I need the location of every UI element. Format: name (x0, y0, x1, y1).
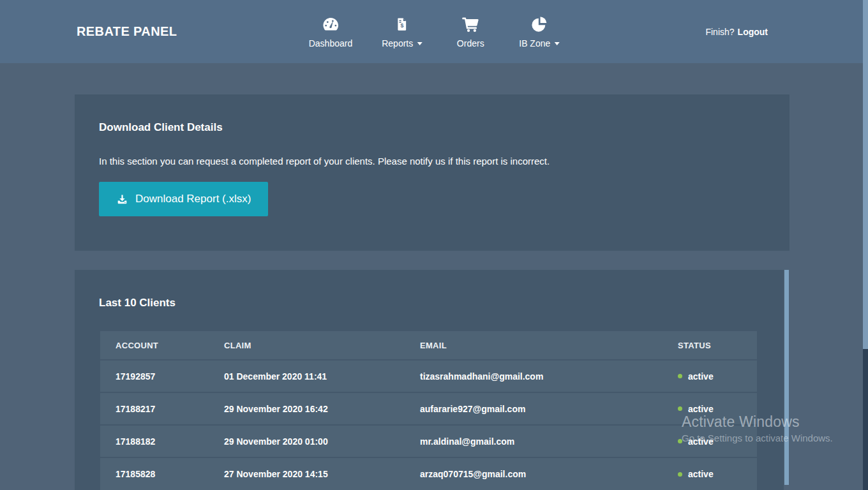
svg-text:$: $ (400, 22, 403, 29)
table-row: 1718821729 November 2020 16:42aufararie9… (100, 392, 757, 425)
clients-table: ACCOUNTCLAIMEMAILSTATUS 1719285701 Decem… (100, 331, 757, 490)
cell-status: active (662, 392, 757, 425)
nav-item-orders[interactable]: Orders (451, 15, 490, 48)
cell-claim: 29 November 2020 01:00 (209, 425, 405, 457)
logout-link[interactable]: Logout (738, 27, 768, 37)
nav-item-ib-zone[interactable]: IB Zone (519, 15, 559, 48)
nav-item-label: Reports (382, 38, 422, 48)
clients-table-wrapper: ACCOUNTCLAIMEMAILSTATUS 1719285701 Decem… (100, 331, 760, 490)
cell-account: 17188182 (100, 425, 209, 457)
column-header-email: EMAIL (405, 331, 662, 360)
status-dot-icon (678, 406, 682, 411)
cell-status: active (662, 360, 757, 392)
status-label: active (688, 436, 714, 447)
cell-email: mr.aldinal@gmail.com (405, 425, 662, 457)
card-description: In this section you can request a comple… (99, 156, 765, 167)
table-row: 1719285701 December 2020 11:41tizasrahma… (100, 360, 757, 392)
status-label: active (688, 469, 714, 479)
cell-status: active (662, 457, 757, 490)
pie-icon (530, 15, 548, 33)
cart-icon (462, 15, 479, 33)
cell-account: 17185828 (100, 457, 209, 490)
card-title: Last 10 Clients (99, 297, 760, 309)
status-label: active (688, 404, 714, 414)
top-navbar: REBATE PANEL Dashboard$ReportsOrdersIB Z… (0, 0, 868, 63)
nav-item-reports[interactable]: $Reports (382, 15, 422, 48)
nav-item-label: Dashboard (309, 38, 353, 48)
cell-claim: 27 November 2020 14:15 (209, 457, 405, 490)
column-header-claim: CLAIM (209, 331, 405, 360)
cell-email: tizasrahmadhani@gmail.com (405, 360, 662, 392)
cell-account: 17188217 (100, 392, 209, 425)
page-scrollbar-track[interactable] (863, 0, 868, 490)
table-row: 1718582827 November 2020 14:15arzaq07071… (100, 457, 757, 490)
status-dot-icon (678, 374, 682, 378)
session-area: Finish? Logout (705, 0, 768, 63)
gauge-icon (322, 15, 339, 33)
cell-email: aufararie927@gmail.com (405, 392, 662, 425)
main-navigation: Dashboard$ReportsOrdersIB Zone (309, 0, 560, 63)
cell-status: active (662, 425, 757, 457)
download-icon (116, 193, 128, 205)
status-label: active (688, 371, 714, 382)
status-dot-icon (678, 472, 682, 477)
download-button-label: Download Report (.xlsx) (135, 193, 251, 205)
status-dot-icon (678, 439, 682, 443)
column-header-status: STATUS (662, 331, 757, 360)
table-row: 1718818229 November 2020 01:00mr.aldinal… (100, 425, 757, 457)
download-client-details-card: Download Client Details In this section … (75, 94, 789, 251)
chevron-down-icon (554, 42, 559, 45)
download-report-button[interactable]: Download Report (.xlsx) (99, 182, 268, 216)
cell-claim: 29 November 2020 16:42 (209, 392, 405, 425)
cell-email: arzaq070715@gmail.com (405, 457, 662, 490)
cell-account: 17192857 (100, 360, 209, 392)
table-header-row: ACCOUNTCLAIMEMAILSTATUS (100, 331, 757, 360)
cell-claim: 01 December 2020 11:41 (209, 360, 405, 392)
last-clients-card: Last 10 Clients ACCOUNTCLAIMEMAILSTATUS … (75, 270, 784, 490)
page-scrollbar-thumb[interactable] (863, 0, 868, 349)
card-scrollbar[interactable] (784, 270, 789, 485)
card-title: Download Client Details (99, 121, 765, 134)
chevron-down-icon (417, 42, 422, 45)
brand-title: REBATE PANEL (77, 0, 177, 63)
nav-item-label: IB Zone (519, 38, 559, 48)
column-header-account: ACCOUNT (100, 331, 209, 360)
invoice-icon: $ (395, 15, 408, 33)
session-prefix-label: Finish? (705, 27, 734, 37)
nav-item-dashboard[interactable]: Dashboard (309, 15, 353, 48)
nav-item-label: Orders (457, 38, 484, 48)
